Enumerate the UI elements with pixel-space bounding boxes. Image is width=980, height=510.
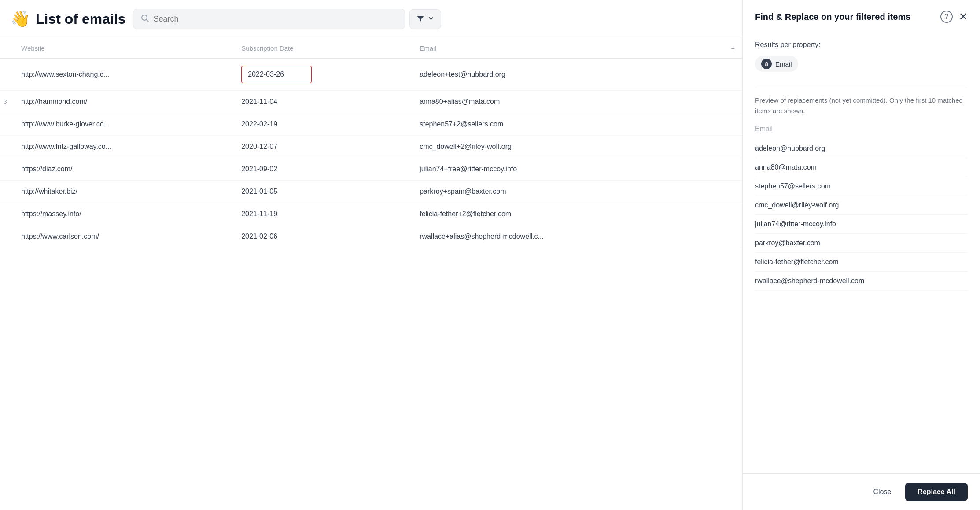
panel-header: Find & Replace on your filtered items ? … bbox=[743, 0, 980, 32]
title-area: 👋 List of emails bbox=[11, 11, 126, 27]
cell-extra bbox=[704, 181, 742, 203]
panel-title: Find & Replace on your filtered items bbox=[755, 12, 910, 22]
table-row: https://massey.info/2021-11-19felicia-fe… bbox=[0, 203, 742, 225]
cell-website: http://www.fritz-galloway.co... bbox=[14, 136, 234, 158]
table-row: https://diaz.com/2021-09-02julian74+free… bbox=[0, 158, 742, 181]
left-panel: 👋 List of emails bbox=[0, 0, 742, 510]
cell-website: http://hammond.com/ bbox=[14, 91, 234, 113]
table-row: http://www.sexton-chang.c...2022-03-26ad… bbox=[0, 59, 742, 91]
cell-website: https://www.carlson.com/ bbox=[14, 225, 234, 248]
cell-email: cmc_dowell+2@riley-wolf.org bbox=[413, 136, 704, 158]
cell-extra bbox=[704, 113, 742, 136]
cell-subscription-date[interactable]: 2021-01-05 bbox=[234, 181, 413, 203]
cell-subscription-date[interactable]: 2022-03-26 bbox=[234, 59, 413, 91]
search-input[interactable] bbox=[154, 15, 398, 24]
close-panel-button[interactable]: ✕ bbox=[959, 11, 968, 22]
cell-extra bbox=[704, 91, 742, 113]
replace-all-button[interactable]: Replace All bbox=[905, 483, 968, 501]
search-icon bbox=[140, 14, 149, 24]
row-number bbox=[0, 136, 14, 158]
list-item: parkroy@baxter.com bbox=[755, 234, 968, 253]
table-body: http://www.sexton-chang.c...2022-03-26ad… bbox=[0, 59, 742, 248]
cell-email: anna80+alias@mata.com bbox=[413, 91, 704, 113]
cell-email: felicia-fether+2@fletcher.com bbox=[413, 203, 704, 225]
help-icon: ? bbox=[940, 11, 953, 23]
panel-footer: Close Replace All bbox=[743, 473, 980, 510]
list-item: cmc_dowell@riley-wolf.org bbox=[755, 196, 968, 215]
divider bbox=[755, 88, 968, 88]
close-icon: ✕ bbox=[959, 11, 968, 22]
cell-extra bbox=[704, 225, 742, 248]
th-add[interactable]: + bbox=[704, 38, 742, 59]
table-row: 3http://hammond.com/2021-11-04anna80+ali… bbox=[0, 91, 742, 113]
search-area bbox=[133, 9, 441, 29]
results-label: Results per property: bbox=[755, 41, 968, 49]
row-number: 3 bbox=[0, 91, 14, 113]
right-panel: Find & Replace on your filtered items ? … bbox=[742, 0, 980, 510]
cell-email: parkroy+spam@baxter.com bbox=[413, 181, 704, 203]
th-subscription-date: Subscription Date bbox=[234, 38, 413, 59]
cell-website: http://www.burke-glover.co... bbox=[14, 113, 234, 136]
list-item: adeleon@hubbard.org bbox=[755, 139, 968, 158]
help-button[interactable]: ? bbox=[940, 11, 953, 23]
table-row: http://whitaker.biz/2021-01-05parkroy+sp… bbox=[0, 181, 742, 203]
wave-icon: 👋 bbox=[11, 11, 30, 27]
svg-line-1 bbox=[146, 20, 148, 22]
cell-extra bbox=[704, 136, 742, 158]
cell-extra bbox=[704, 203, 742, 225]
cell-subscription-date[interactable]: 2021-02-06 bbox=[234, 225, 413, 248]
cell-subscription-date[interactable]: 2021-09-02 bbox=[234, 158, 413, 181]
data-table: Website Subscription Date Email + http:/… bbox=[0, 38, 742, 248]
filter-button[interactable] bbox=[409, 9, 441, 29]
panel-header-icons: ? ✕ bbox=[940, 11, 968, 23]
filter-icon bbox=[416, 14, 425, 24]
list-item: felicia-fether@fletcher.com bbox=[755, 253, 968, 272]
cell-website: https://massey.info/ bbox=[14, 203, 234, 225]
badge-label: Email bbox=[775, 60, 792, 68]
cell-website: http://www.sexton-chang.c... bbox=[14, 59, 234, 91]
cell-website: https://diaz.com/ bbox=[14, 158, 234, 181]
cell-subscription-date[interactable]: 2021-11-04 bbox=[234, 91, 413, 113]
row-number bbox=[0, 59, 14, 91]
table-row: http://www.burke-glover.co...2022-02-19s… bbox=[0, 113, 742, 136]
row-number bbox=[0, 203, 14, 225]
panel-body: Results per property: 8 Email Preview of… bbox=[743, 32, 980, 473]
cell-extra bbox=[704, 158, 742, 181]
row-number bbox=[0, 158, 14, 181]
chevron-down-icon bbox=[427, 15, 435, 23]
table-row: https://www.carlson.com/2021-02-06rwalla… bbox=[0, 225, 742, 248]
close-button[interactable]: Close bbox=[865, 484, 899, 500]
list-item: julian74@ritter-mccoy.info bbox=[755, 215, 968, 234]
row-number bbox=[0, 181, 14, 203]
list-item: anna80@mata.com bbox=[755, 158, 968, 177]
table-container: Website Subscription Date Email + http:/… bbox=[0, 38, 742, 510]
email-badge: 8 Email bbox=[755, 56, 798, 72]
page-title: List of emails bbox=[36, 11, 126, 27]
row-number bbox=[0, 113, 14, 136]
cell-subscription-date[interactable]: 2022-02-19 bbox=[234, 113, 413, 136]
cell-email: julian74+free@ritter-mccoy.info bbox=[413, 158, 704, 181]
table-header-row: Website Subscription Date Email + bbox=[0, 38, 742, 59]
col-header: Email bbox=[755, 125, 968, 133]
th-website: Website bbox=[14, 38, 234, 59]
th-row-num bbox=[0, 38, 14, 59]
svg-marker-2 bbox=[417, 16, 424, 22]
cell-email: adeleon+test@hubbard.org bbox=[413, 59, 704, 91]
cell-subscription-date[interactable]: 2021-11-19 bbox=[234, 203, 413, 225]
cell-extra bbox=[704, 59, 742, 91]
row-number bbox=[0, 225, 14, 248]
cell-website: http://whitaker.biz/ bbox=[14, 181, 234, 203]
table-row: http://www.fritz-galloway.co...2020-12-0… bbox=[0, 136, 742, 158]
badge-count: 8 bbox=[761, 59, 772, 69]
cell-email: stephen57+2@sellers.com bbox=[413, 113, 704, 136]
search-box[interactable] bbox=[133, 9, 405, 29]
cell-subscription-date[interactable]: 2020-12-07 bbox=[234, 136, 413, 158]
list-item: stephen57@sellers.com bbox=[755, 177, 968, 196]
preview-text: Preview of replacements (not yet committ… bbox=[755, 95, 968, 116]
header: 👋 List of emails bbox=[0, 0, 742, 38]
th-email: Email bbox=[413, 38, 704, 59]
cell-email: rwallace+alias@shepherd-mcdowell.c... bbox=[413, 225, 704, 248]
list-item: rwallace@shepherd-mcdowell.com bbox=[755, 272, 968, 291]
replacement-list: adeleon@hubbard.organna80@mata.comstephe… bbox=[755, 139, 968, 291]
